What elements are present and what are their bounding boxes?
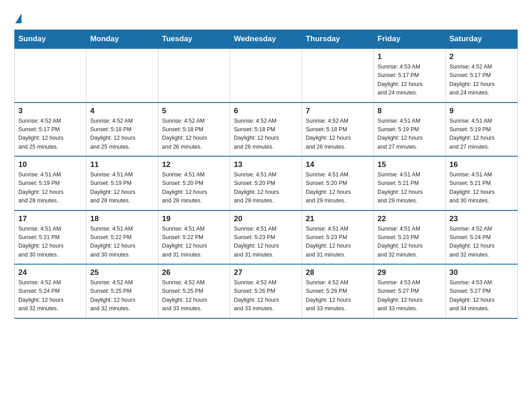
calendar-cell: 16Sunrise: 4:51 AMSunset: 5:21 PMDayligh… <box>446 156 517 210</box>
calendar-cell: 3Sunrise: 4:52 AMSunset: 5:17 PMDaylight… <box>15 103 86 157</box>
header <box>14 11 518 21</box>
day-info: Sunrise: 4:52 AMSunset: 5:25 PMDaylight:… <box>90 278 154 313</box>
day-number: 6 <box>234 107 298 116</box>
week-row-1: 1Sunrise: 4:53 AMSunset: 5:17 PMDaylight… <box>15 48 518 103</box>
day-number: 2 <box>450 52 514 61</box>
calendar-cell <box>230 48 302 103</box>
day-info: Sunrise: 4:52 AMSunset: 5:18 PMDaylight:… <box>162 117 226 152</box>
day-number: 27 <box>234 268 298 277</box>
day-info: Sunrise: 4:52 AMSunset: 5:18 PMDaylight:… <box>234 117 298 152</box>
col-header-sunday: Sunday <box>15 30 86 49</box>
day-info: Sunrise: 4:52 AMSunset: 5:17 PMDaylight:… <box>450 63 514 98</box>
calendar-header-row: SundayMondayTuesdayWednesdayThursdayFrid… <box>15 30 518 49</box>
day-info: Sunrise: 4:52 AMSunset: 5:17 PMDaylight:… <box>18 117 82 152</box>
day-number: 20 <box>234 214 298 223</box>
calendar-cell: 17Sunrise: 4:51 AMSunset: 5:21 PMDayligh… <box>15 210 86 265</box>
col-header-monday: Monday <box>86 30 158 49</box>
calendar-cell: 30Sunrise: 4:53 AMSunset: 5:27 PMDayligh… <box>446 264 517 318</box>
day-number: 5 <box>162 107 226 116</box>
calendar-cell: 20Sunrise: 4:51 AMSunset: 5:23 PMDayligh… <box>230 210 302 265</box>
calendar-cell: 2Sunrise: 4:52 AMSunset: 5:17 PMDaylight… <box>446 48 517 103</box>
calendar-cell: 26Sunrise: 4:52 AMSunset: 5:25 PMDayligh… <box>158 264 230 318</box>
day-number: 13 <box>234 160 298 169</box>
day-number: 29 <box>378 268 442 277</box>
col-header-wednesday: Wednesday <box>230 30 302 49</box>
day-info: Sunrise: 4:52 AMSunset: 5:26 PMDaylight:… <box>234 278 298 313</box>
day-number: 7 <box>306 107 370 116</box>
day-number: 1 <box>378 52 442 61</box>
day-number: 9 <box>450 107 514 116</box>
day-info: Sunrise: 4:51 AMSunset: 5:23 PMDaylight:… <box>306 225 370 260</box>
day-info: Sunrise: 4:51 AMSunset: 5:19 PMDaylight:… <box>90 171 154 206</box>
day-number: 22 <box>378 214 442 223</box>
calendar-cell: 14Sunrise: 4:51 AMSunset: 5:20 PMDayligh… <box>302 156 373 210</box>
day-info: Sunrise: 4:52 AMSunset: 5:26 PMDaylight:… <box>306 278 370 313</box>
calendar-cell: 1Sunrise: 4:53 AMSunset: 5:17 PMDaylight… <box>374 48 446 103</box>
day-info: Sunrise: 4:52 AMSunset: 5:24 PMDaylight:… <box>18 278 82 313</box>
calendar-cell: 10Sunrise: 4:51 AMSunset: 5:19 PMDayligh… <box>15 156 86 210</box>
logo <box>14 13 21 21</box>
calendar-cell: 18Sunrise: 4:51 AMSunset: 5:22 PMDayligh… <box>86 210 158 265</box>
calendar-cell: 5Sunrise: 4:52 AMSunset: 5:18 PMDaylight… <box>158 103 230 157</box>
day-info: Sunrise: 4:52 AMSunset: 5:24 PMDaylight:… <box>450 225 514 260</box>
calendar-cell: 15Sunrise: 4:51 AMSunset: 5:21 PMDayligh… <box>374 156 446 210</box>
day-info: Sunrise: 4:51 AMSunset: 5:22 PMDaylight:… <box>90 225 154 260</box>
calendar-cell: 13Sunrise: 4:51 AMSunset: 5:20 PMDayligh… <box>230 156 302 210</box>
day-info: Sunrise: 4:51 AMSunset: 5:19 PMDaylight:… <box>378 117 442 152</box>
day-number: 21 <box>306 214 370 223</box>
calendar-cell: 4Sunrise: 4:52 AMSunset: 5:18 PMDaylight… <box>86 103 158 157</box>
calendar-cell: 29Sunrise: 4:53 AMSunset: 5:27 PMDayligh… <box>374 264 446 318</box>
col-header-friday: Friday <box>374 30 446 49</box>
day-number: 30 <box>450 268 514 277</box>
calendar-cell: 8Sunrise: 4:51 AMSunset: 5:19 PMDaylight… <box>374 103 446 157</box>
calendar-cell <box>86 48 158 103</box>
day-info: Sunrise: 4:51 AMSunset: 5:19 PMDaylight:… <box>18 171 82 206</box>
day-info: Sunrise: 4:51 AMSunset: 5:23 PMDaylight:… <box>234 225 298 260</box>
col-header-saturday: Saturday <box>446 30 517 49</box>
day-info: Sunrise: 4:52 AMSunset: 5:25 PMDaylight:… <box>162 278 226 313</box>
day-info: Sunrise: 4:51 AMSunset: 5:20 PMDaylight:… <box>306 171 370 206</box>
col-header-tuesday: Tuesday <box>158 30 230 49</box>
day-info: Sunrise: 4:51 AMSunset: 5:19 PMDaylight:… <box>450 117 514 152</box>
calendar-cell <box>158 48 230 103</box>
day-number: 10 <box>18 160 82 169</box>
day-number: 4 <box>90 107 154 116</box>
day-info: Sunrise: 4:53 AMSunset: 5:17 PMDaylight:… <box>378 63 442 98</box>
calendar-cell: 23Sunrise: 4:52 AMSunset: 5:24 PMDayligh… <box>446 210 517 265</box>
day-number: 25 <box>90 268 154 277</box>
day-info: Sunrise: 4:51 AMSunset: 5:21 PMDaylight:… <box>450 171 514 206</box>
calendar-cell: 6Sunrise: 4:52 AMSunset: 5:18 PMDaylight… <box>230 103 302 157</box>
day-info: Sunrise: 4:51 AMSunset: 5:21 PMDaylight:… <box>18 225 82 260</box>
day-info: Sunrise: 4:51 AMSunset: 5:20 PMDaylight:… <box>234 171 298 206</box>
calendar-cell <box>302 48 373 103</box>
day-number: 17 <box>18 214 82 223</box>
calendar-cell: 11Sunrise: 4:51 AMSunset: 5:19 PMDayligh… <box>86 156 158 210</box>
logo-triangle-icon <box>15 13 21 23</box>
day-info: Sunrise: 4:51 AMSunset: 5:23 PMDaylight:… <box>378 225 442 260</box>
day-number: 3 <box>18 107 82 116</box>
day-info: Sunrise: 4:51 AMSunset: 5:20 PMDaylight:… <box>162 171 226 206</box>
week-row-4: 17Sunrise: 4:51 AMSunset: 5:21 PMDayligh… <box>15 210 518 265</box>
day-number: 18 <box>90 214 154 223</box>
day-number: 16 <box>450 160 514 169</box>
week-row-2: 3Sunrise: 4:52 AMSunset: 5:17 PMDaylight… <box>15 103 518 157</box>
day-number: 15 <box>378 160 442 169</box>
calendar-cell: 19Sunrise: 4:51 AMSunset: 5:22 PMDayligh… <box>158 210 230 265</box>
day-info: Sunrise: 4:52 AMSunset: 5:18 PMDaylight:… <box>306 117 370 152</box>
calendar-cell: 27Sunrise: 4:52 AMSunset: 5:26 PMDayligh… <box>230 264 302 318</box>
calendar-cell: 25Sunrise: 4:52 AMSunset: 5:25 PMDayligh… <box>86 264 158 318</box>
day-number: 28 <box>306 268 370 277</box>
day-info: Sunrise: 4:51 AMSunset: 5:22 PMDaylight:… <box>162 225 226 260</box>
day-info: Sunrise: 4:52 AMSunset: 5:18 PMDaylight:… <box>90 117 154 152</box>
week-row-3: 10Sunrise: 4:51 AMSunset: 5:19 PMDayligh… <box>15 156 518 210</box>
week-row-5: 24Sunrise: 4:52 AMSunset: 5:24 PMDayligh… <box>15 264 518 318</box>
calendar-cell: 22Sunrise: 4:51 AMSunset: 5:23 PMDayligh… <box>374 210 446 265</box>
day-number: 11 <box>90 160 154 169</box>
day-number: 14 <box>306 160 370 169</box>
calendar-cell: 12Sunrise: 4:51 AMSunset: 5:20 PMDayligh… <box>158 156 230 210</box>
calendar: SundayMondayTuesdayWednesdayThursdayFrid… <box>14 30 518 319</box>
calendar-cell: 7Sunrise: 4:52 AMSunset: 5:18 PMDaylight… <box>302 103 373 157</box>
day-number: 24 <box>18 268 82 277</box>
calendar-cell: 24Sunrise: 4:52 AMSunset: 5:24 PMDayligh… <box>15 264 86 318</box>
day-number: 26 <box>162 268 226 277</box>
